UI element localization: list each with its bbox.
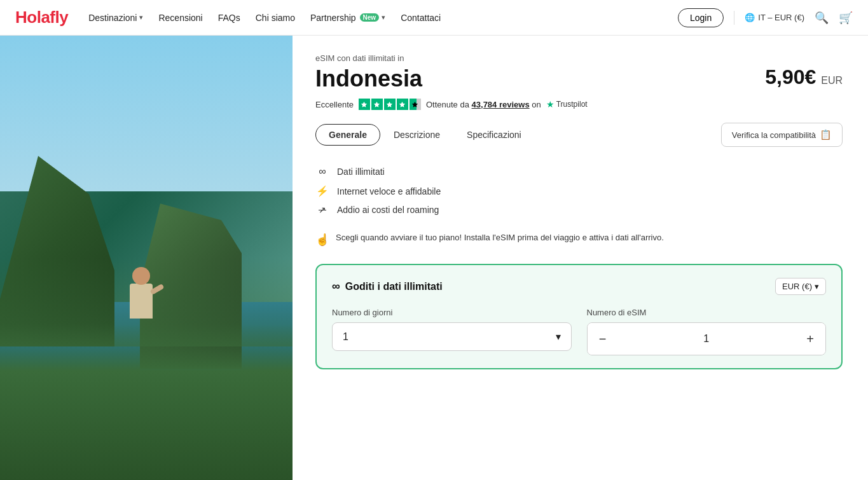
plan-fields: Numero di giorni 1 ▾ Numero di eSIM − 1 …: [332, 308, 826, 355]
feature-fast: ⚡ Internet veloce e affidabile: [315, 181, 843, 201]
product-content: eSIM con dati illimitati in Indonesia 5,…: [293, 36, 868, 480]
nav-item-recensioni[interactable]: Recensioni: [158, 13, 202, 23]
feature-unlimited: ∞ Dati illimitati: [315, 162, 843, 181]
days-field-label: Numero di giorni: [332, 308, 572, 317]
person-arm: [149, 284, 164, 295]
product-image: [0, 36, 293, 480]
nav-item-contattaci[interactable]: Contattaci: [401, 13, 441, 23]
nav-item-faqs[interactable]: FAQs: [218, 13, 240, 23]
star-3: [384, 99, 396, 110]
trustpilot-reviews: Ottenute da 43,784 reviews on: [426, 100, 541, 109]
main-layout: eSIM con dati illimitati in Indonesia 5,…: [0, 36, 868, 480]
chevron-down-icon: ▾: [382, 13, 385, 22]
unlimited-icon: ∞: [315, 166, 329, 177]
trustpilot-star-icon: ★: [546, 99, 555, 109]
tabs: Generale Descrizione Specificazioni: [315, 124, 535, 146]
svg-marker-2: [387, 101, 392, 107]
days-field: Numero di giorni 1 ▾: [332, 308, 572, 355]
esim-value: 1: [618, 333, 796, 345]
search-icon[interactable]: 🔍: [815, 11, 829, 25]
chevron-down-icon: ▾: [139, 13, 143, 22]
plan-box: ∞ Goditi i dati illimitati EUR (€) ▾ Num…: [315, 264, 843, 369]
chevron-down-icon: ▾: [815, 282, 819, 291]
compatibility-icon: 📋: [820, 129, 832, 141]
svg-marker-4: [412, 101, 418, 107]
header: Holafly Destinazioni ▾ Recensioni FAQs C…: [0, 0, 868, 36]
esim-increment-button[interactable]: +: [795, 323, 825, 355]
lightning-icon: ⚡: [315, 185, 329, 197]
esim-decrement-button[interactable]: −: [588, 323, 618, 355]
days-select[interactable]: 1 ▾: [332, 322, 572, 351]
svg-marker-1: [374, 101, 380, 107]
chevron-down-icon: ▾: [556, 331, 561, 343]
divider: [734, 11, 734, 25]
nav-item-partnership[interactable]: Partnership New ▾: [310, 13, 385, 23]
product-title-row: Indonesia 5,90€ EUR: [315, 65, 843, 92]
product-image-placeholder: [0, 36, 293, 480]
nav-item-chi-siamo[interactable]: Chi siamo: [256, 13, 295, 23]
plan-title: ∞ Goditi i dati illimitati: [332, 280, 443, 293]
esim-field-label: Numero di eSIM: [587, 308, 827, 317]
tabs-row: Generale Descrizione Specificazioni Veri…: [315, 123, 843, 147]
stars-container: [359, 99, 421, 110]
esim-field: Numero di eSIM − 1 +: [587, 308, 827, 355]
product-price-currency: EUR: [821, 75, 843, 86]
new-badge: New: [360, 13, 380, 22]
esim-counter: − 1 +: [587, 322, 827, 355]
trustpilot-row: Eccellente Ottenute da: [315, 99, 843, 110]
plan-infinity-icon: ∞: [332, 280, 340, 293]
logo[interactable]: Holafly: [15, 8, 68, 27]
tab-generale[interactable]: Generale: [315, 124, 380, 146]
trustpilot-logo: ★ Trustpilot: [546, 99, 588, 109]
product-price: 5,90€: [765, 65, 816, 88]
tab-specificazioni[interactable]: Specificazioni: [453, 124, 535, 146]
no-roaming-icon: ↗: [315, 205, 329, 215]
trustpilot-label: Eccellente: [315, 100, 354, 109]
nav-item-destinazioni[interactable]: Destinazioni ▾: [88, 13, 143, 23]
currency-select[interactable]: EUR (€) ▾: [775, 278, 826, 295]
star-half: [410, 99, 421, 110]
plan-box-header: ∞ Goditi i dati illimitati EUR (€) ▾: [332, 278, 826, 295]
globe-icon: 🌐: [745, 13, 755, 22]
svg-marker-3: [399, 101, 405, 107]
product-subtitle: eSIM con dati illimitati in: [315, 53, 843, 63]
product-price-block: 5,90€ EUR: [765, 65, 843, 89]
product-title: Indonesia: [315, 65, 422, 92]
header-right: Login 🌐 IT – EUR (€) 🔍 🛒: [678, 8, 853, 27]
star-1: [359, 99, 370, 110]
language-selector[interactable]: 🌐 IT – EUR (€): [745, 13, 804, 22]
features-list: ∞ Dati illimitati ⚡ Internet veloce e af…: [315, 162, 843, 219]
scene-person: [116, 267, 167, 369]
cart-icon[interactable]: 🛒: [839, 11, 853, 25]
notice-icon: ☝️: [315, 231, 329, 249]
reviews-link[interactable]: 43,784 reviews: [472, 100, 530, 109]
login-button[interactable]: Login: [678, 8, 724, 27]
svg-marker-0: [361, 101, 367, 107]
star-2: [371, 99, 383, 110]
compatibility-button[interactable]: Verifica la compatibilità 📋: [721, 123, 843, 147]
notice-row: ☝️ Scegli quando avviare il tuo piano! I…: [315, 231, 843, 249]
person-head: [132, 267, 150, 285]
tab-descrizione[interactable]: Descrizione: [380, 124, 453, 146]
feature-no-roaming: ↗ Addio ai costi del roaming: [315, 201, 843, 219]
main-nav: Destinazioni ▾ Recensioni FAQs Chi siamo…: [88, 13, 678, 23]
star-4: [397, 99, 408, 110]
person-body: [130, 284, 153, 319]
